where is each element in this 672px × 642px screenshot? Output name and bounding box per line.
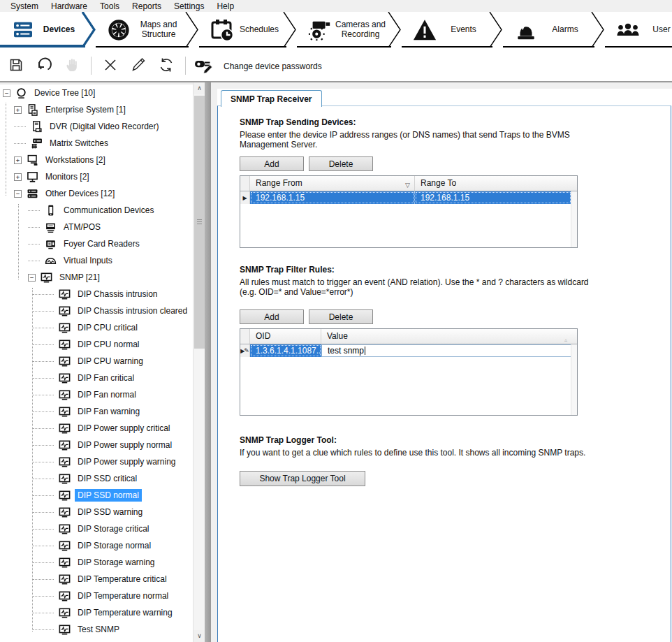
tree-item-test-snmp[interactable]: Test SNMP [0,621,193,638]
tree-item-enterprise-system-1[interactable]: +Enterprise System [1] [0,101,193,118]
menu-item-settings[interactable]: Settings [168,1,210,12]
pan-button[interactable] [60,54,84,77]
delete-button[interactable] [98,54,122,77]
tree-item-label: DIP CPU warning [75,355,146,367]
tree-item-dip-chassis-intrusion[interactable]: DIP Chassis intrusion [0,286,193,302]
tree-item-dip-power-supply-warning[interactable]: DIP Power supply warning [0,453,193,470]
tree-expander-plus[interactable]: + [14,106,22,114]
tree-item-dip-temperature-normal[interactable]: DIP Temperature normal [0,588,193,604]
tree-expander-minus[interactable]: − [14,190,22,198]
value-cell-editor[interactable]: test snmp [321,344,571,357]
refresh-button[interactable] [154,54,178,77]
nav-tab-cameras[interactable]: Cameras and Recording [297,12,402,48]
table-scrollbar-track [571,344,577,415]
menu-item-reports[interactable]: Reports [126,1,168,12]
tree-item-dip-storage-warning[interactable]: DIP Storage warning [0,554,193,571]
tree-item-foyer-card-readers[interactable]: Foyer Card Readers [0,235,193,252]
tree-item-workstations-2[interactable]: +Workstations [2] [0,152,193,168]
tree-item-dvr-digital-video-recorder[interactable]: DVR (Digital Video Recorder) [0,118,193,135]
tree-expander-minus[interactable]: − [28,274,36,282]
tree-item-dip-cpu-critical[interactable]: DIP CPU critical [0,319,193,336]
sending-delete-button[interactable]: Delete [309,156,373,171]
nav-tab-maps[interactable]: Maps and Structure [96,12,199,48]
tree-item-matrix-switches[interactable]: Matrix Switches [0,135,193,152]
edit-button[interactable] [126,54,150,77]
show-trap-logger-button[interactable]: Show Trap Logger Tool [240,471,365,486]
tree-item-device-tree-10[interactable]: −Device Tree [10] [0,85,193,101]
nav-tab-label: User g [641,25,672,35]
tree-item-dip-ssd-normal[interactable]: DIP SSD normal [0,487,193,504]
tree-item-label: ATM/POS [61,221,103,233]
tree-item-label: Test SNMP [75,623,122,636]
tree-item-label: DIP Temperature critical [75,573,170,585]
tree-item-dip-fan-normal[interactable]: DIP Fan normal [0,386,193,403]
tree-expander-plus[interactable]: + [14,156,22,164]
nav-tab-events[interactable]: Events [402,12,503,48]
range-from-cell[interactable]: 192.168.1.15 [250,191,415,204]
tree-item-dip-cpu-warning[interactable]: DIP CPU warning [0,353,193,370]
tab-snmp-trap-receiver[interactable]: SNMP Trap Receiver [221,90,322,107]
menu-item-hardware[interactable]: Hardware [45,1,94,12]
tree-item-snmp-21[interactable]: −SNMP [21] [0,269,193,286]
document-tab-row: SNMP Trap Receiver [217,89,672,106]
table-row[interactable]: ▶✎ 1.3.6.1.4.1.1087... test snmp [240,344,577,357]
filter-delete-button[interactable]: Delete [309,309,373,324]
column-header-value[interactable]: Value ▵ [321,329,571,344]
scrollbar-thumb[interactable] [194,96,205,349]
tree-item-dip-storage-normal[interactable]: DIP Storage normal [0,537,193,554]
tree-connector-line [33,378,54,379]
tree-item-dip-fan-critical[interactable]: DIP Fan critical [0,370,193,386]
tree-item-label: DIP Fan critical [75,372,137,384]
save-button[interactable] [4,54,28,77]
nav-tab-alarms[interactable]: Alarms [503,12,605,48]
tree-item-virtual-inputs[interactable]: Virtual Inputs [0,252,193,269]
tree-item-atm-pos[interactable]: ATM/POS [0,219,193,235]
tree-item-dip-temperature-critical[interactable]: DIP Temperature critical [0,571,193,588]
panel-splitter[interactable] [205,82,211,642]
menu-item-help[interactable]: Help [210,1,240,12]
tree-item-communication-devices[interactable]: Communication Devices [0,202,193,219]
column-header-oid[interactable]: OID [250,329,321,344]
tree-item-dip-power-supply-normal[interactable]: DIP Power supply normal [0,437,193,453]
tree-expander-minus[interactable]: − [3,89,10,97]
tree-item-dip-power-supply-critical[interactable]: DIP Power supply critical [0,420,193,437]
nav-tab-schedules[interactable]: Schedules [199,12,297,48]
snmp-settings-panel: SNMP Trap Receiver SNMP Trap Sending Dev… [211,82,672,642]
tree-item-dip-ssd-critical[interactable]: DIP SSD critical [0,470,193,487]
tree-item-monitors-2[interactable]: +Monitors [2] [0,168,193,185]
tree-connector-line [33,428,54,429]
tree-connector-line [33,613,54,613]
menu-item-system[interactable]: System [4,1,45,12]
tree-item-dip-storage-critical[interactable]: DIP Storage critical [0,520,193,537]
tree-item-dip-cpu-normal[interactable]: DIP CPU normal [0,336,193,353]
tree-scrollbar[interactable]: ∧ ∨ [193,82,205,642]
column-header-range-to[interactable]: Range To [415,176,571,191]
change-passwords-key-button[interactable] [193,54,217,77]
tree-expander-plus[interactable]: + [14,173,22,181]
row-edit-marker-cell: ▶✎ [240,344,250,357]
tree-item-dip-fan-warning[interactable]: DIP Fan warning [0,403,193,420]
menu-item-tools[interactable]: Tools [94,1,126,12]
scroll-down-arrow[interactable]: ∨ [193,630,205,642]
sending-devices-heading: SNMP Trap Sending Devices: [240,117,671,127]
snmp-icon [58,539,71,552]
nav-tab-usergroups[interactable]: User g [605,12,672,48]
range-to-cell[interactable]: 192.168.1.15 [415,191,571,204]
scroll-up-arrow[interactable]: ∧ [193,82,205,94]
sending-add-button[interactable]: Add [240,156,304,171]
tree-item-dip-temperature-warning[interactable]: DIP Temperature warning [0,604,193,621]
undo-button[interactable] [32,54,56,77]
change-device-passwords-button[interactable]: Change device passwords [193,54,322,77]
table-row[interactable]: ▶ 192.168.1.15 192.168.1.15 [240,191,577,204]
column-header-range-from[interactable]: Range From ▽ [250,176,415,191]
tree-item-dip-chassis-intrusion-cleared[interactable]: DIP Chassis intrusion cleared [0,302,193,319]
tree-connector-line [33,562,54,563]
tree-item-other-devices-12[interactable]: −Other Devices [12] [0,185,193,202]
tree-item-dip-ssd-warning[interactable]: DIP SSD warning [0,504,193,520]
tree-item-label: DIP SSD normal [75,489,142,502]
tree-connector-line [33,328,54,328]
nav-tab-devices[interactable]: Devices [0,12,96,48]
filter-add-button[interactable]: Add [240,309,304,324]
tree-item-label: DIP Chassis intrusion [75,288,161,300]
oid-cell[interactable]: 1.3.6.1.4.1.1087... [250,344,321,357]
